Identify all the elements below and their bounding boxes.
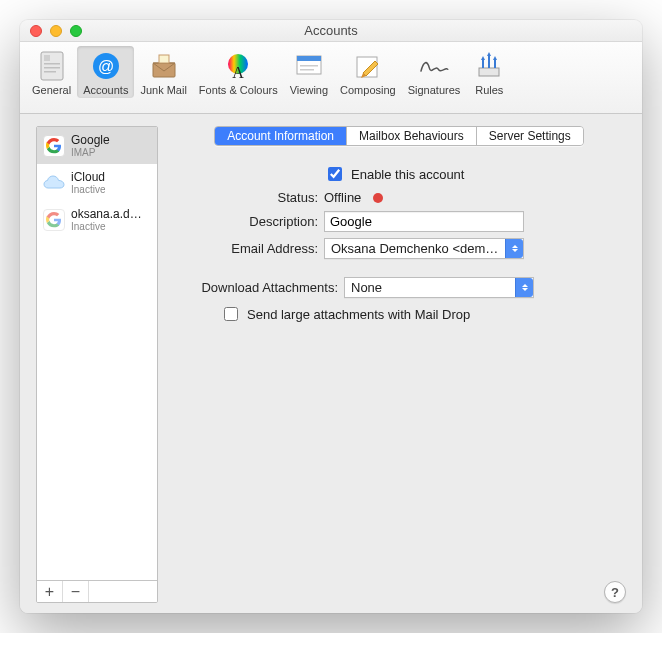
- chevron-updown-icon: [505, 239, 523, 258]
- account-list-footer: + −: [37, 580, 157, 602]
- toolbar-label: Fonts & Colours: [199, 84, 278, 96]
- preferences-toolbar: General @ Accounts Junk Mail A Fonts & C…: [20, 42, 642, 114]
- enable-account-label: Enable this account: [351, 167, 464, 182]
- close-window-button[interactable]: [30, 25, 42, 37]
- svg-text:@: @: [98, 58, 114, 75]
- viewing-icon: [293, 50, 325, 82]
- tab-account-information[interactable]: Account Information: [215, 127, 347, 145]
- zoom-window-button[interactable]: [70, 25, 82, 37]
- icloud-icon: [43, 172, 65, 194]
- titlebar: Accounts: [20, 20, 642, 42]
- junk-mail-icon: [148, 50, 180, 82]
- toolbar-label: Viewing: [290, 84, 328, 96]
- minimize-window-button[interactable]: [50, 25, 62, 37]
- email-address-select[interactable]: Oksana Demchenko <demchen…: [324, 238, 524, 259]
- status-label: Status:: [176, 190, 324, 205]
- account-name: iCloud: [71, 170, 105, 184]
- fonts-colours-icon: A: [222, 50, 254, 82]
- toolbar-item-general[interactable]: General: [26, 46, 77, 98]
- mail-drop-checkbox[interactable]: [224, 307, 238, 321]
- account-tabs: Account Information Mailbox Behaviours S…: [214, 126, 584, 146]
- general-icon: [36, 50, 68, 82]
- chevron-updown-icon: [515, 278, 533, 297]
- svg-rect-14: [300, 65, 318, 67]
- preferences-window: Accounts General @ Accounts Junk Mail A …: [20, 20, 642, 613]
- toolbar-label: General: [32, 84, 71, 96]
- svg-rect-1: [44, 55, 50, 61]
- add-account-button[interactable]: +: [37, 581, 63, 602]
- toolbar-item-composing[interactable]: Composing: [334, 46, 402, 98]
- svg-rect-2: [44, 63, 60, 65]
- google-icon: [43, 135, 65, 157]
- toolbar-item-signatures[interactable]: Signatures: [402, 46, 467, 98]
- account-sub: Inactive: [71, 221, 142, 232]
- toolbar-label: Accounts: [83, 84, 128, 96]
- download-attachments-value: None: [351, 280, 382, 295]
- toolbar-label: Junk Mail: [140, 84, 186, 96]
- account-item-icloud[interactable]: iCloud Inactive: [37, 164, 157, 201]
- account-item-google[interactable]: Google IMAP: [37, 127, 157, 164]
- account-form: Enable this account Status: Offline Desc…: [172, 158, 626, 330]
- svg-rect-15: [300, 69, 314, 71]
- tab-mailbox-behaviours[interactable]: Mailbox Behaviours: [347, 127, 477, 145]
- email-label: Email Address:: [176, 241, 324, 256]
- accounts-sidebar: Google IMAP iCloud Inactive: [36, 126, 158, 603]
- list-footer-spacer: [89, 581, 157, 602]
- toolbar-item-viewing[interactable]: Viewing: [284, 46, 334, 98]
- svg-rect-3: [44, 67, 60, 69]
- status-indicator-icon: [373, 193, 383, 203]
- svg-rect-13: [297, 56, 321, 61]
- toolbar-label: Rules: [475, 84, 503, 96]
- window-title: Accounts: [304, 23, 357, 38]
- enable-account-checkbox[interactable]: [328, 167, 342, 181]
- toolbar-label: Signatures: [408, 84, 461, 96]
- account-sub: Inactive: [71, 184, 105, 195]
- composing-icon: [352, 50, 384, 82]
- tab-server-settings[interactable]: Server Settings: [477, 127, 583, 145]
- account-list: Google IMAP iCloud Inactive: [37, 127, 157, 580]
- window-controls: [30, 25, 82, 37]
- svg-rect-4: [44, 71, 56, 73]
- description-input[interactable]: [324, 211, 524, 232]
- description-label: Description:: [176, 214, 324, 229]
- toolbar-label: Composing: [340, 84, 396, 96]
- accounts-icon: @: [90, 50, 122, 82]
- account-detail: Account Information Mailbox Behaviours S…: [172, 126, 626, 603]
- svg-rect-9: [159, 55, 169, 63]
- remove-account-button[interactable]: −: [63, 581, 89, 602]
- rules-icon: [473, 50, 505, 82]
- help-button[interactable]: ?: [604, 581, 626, 603]
- account-item-oksana[interactable]: oksana.a.d… Inactive: [37, 201, 157, 238]
- signatures-icon: [418, 50, 450, 82]
- email-address-value: Oksana Demchenko <demchen…: [331, 241, 501, 256]
- svg-text:A: A: [233, 64, 245, 81]
- toolbar-item-fonts[interactable]: A Fonts & Colours: [193, 46, 284, 98]
- toolbar-item-junk[interactable]: Junk Mail: [134, 46, 192, 98]
- account-name: oksana.a.d…: [71, 207, 142, 221]
- toolbar-item-rules[interactable]: Rules: [466, 46, 512, 98]
- account-name: Google: [71, 133, 110, 147]
- download-label: Download Attachments:: [176, 280, 344, 295]
- content-area: Google IMAP iCloud Inactive: [20, 114, 642, 613]
- svg-rect-17: [479, 68, 499, 76]
- account-sub: IMAP: [71, 147, 110, 158]
- toolbar-item-accounts[interactable]: @ Accounts: [77, 46, 134, 98]
- mail-drop-label: Send large attachments with Mail Drop: [247, 307, 470, 322]
- download-attachments-select[interactable]: None: [344, 277, 534, 298]
- google-icon: [43, 209, 65, 231]
- status-value: Offline: [324, 190, 361, 205]
